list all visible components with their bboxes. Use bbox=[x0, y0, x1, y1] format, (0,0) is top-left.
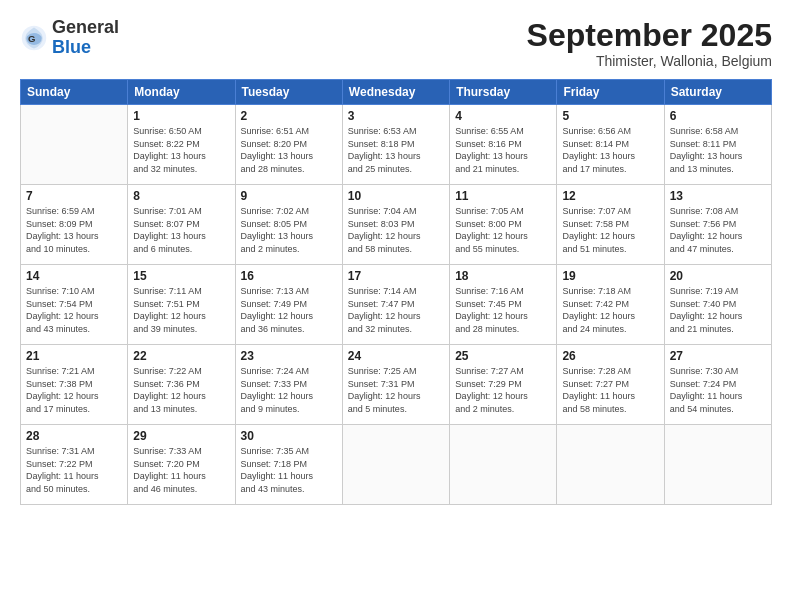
calendar-cell: 7Sunrise: 6:59 AM Sunset: 8:09 PM Daylig… bbox=[21, 185, 128, 265]
calendar-table: SundayMondayTuesdayWednesdayThursdayFrid… bbox=[20, 79, 772, 505]
calendar-cell: 23Sunrise: 7:24 AM Sunset: 7:33 PM Dayli… bbox=[235, 345, 342, 425]
logo: G General Blue bbox=[20, 18, 119, 58]
calendar-week-row: 21Sunrise: 7:21 AM Sunset: 7:38 PM Dayli… bbox=[21, 345, 772, 425]
day-info: Sunrise: 7:02 AM Sunset: 8:05 PM Dayligh… bbox=[241, 205, 337, 255]
calendar-cell: 16Sunrise: 7:13 AM Sunset: 7:49 PM Dayli… bbox=[235, 265, 342, 345]
calendar-cell: 12Sunrise: 7:07 AM Sunset: 7:58 PM Dayli… bbox=[557, 185, 664, 265]
day-number: 28 bbox=[26, 429, 122, 443]
day-info: Sunrise: 7:21 AM Sunset: 7:38 PM Dayligh… bbox=[26, 365, 122, 415]
day-number: 29 bbox=[133, 429, 229, 443]
day-number: 21 bbox=[26, 349, 122, 363]
day-number: 10 bbox=[348, 189, 444, 203]
calendar-cell: 26Sunrise: 7:28 AM Sunset: 7:27 PM Dayli… bbox=[557, 345, 664, 425]
calendar-cell: 9Sunrise: 7:02 AM Sunset: 8:05 PM Daylig… bbox=[235, 185, 342, 265]
day-number: 3 bbox=[348, 109, 444, 123]
day-info: Sunrise: 7:27 AM Sunset: 7:29 PM Dayligh… bbox=[455, 365, 551, 415]
calendar-week-row: 1Sunrise: 6:50 AM Sunset: 8:22 PM Daylig… bbox=[21, 105, 772, 185]
calendar-cell: 24Sunrise: 7:25 AM Sunset: 7:31 PM Dayli… bbox=[342, 345, 449, 425]
day-info: Sunrise: 7:25 AM Sunset: 7:31 PM Dayligh… bbox=[348, 365, 444, 415]
calendar-cell: 13Sunrise: 7:08 AM Sunset: 7:56 PM Dayli… bbox=[664, 185, 771, 265]
day-number: 30 bbox=[241, 429, 337, 443]
day-number: 9 bbox=[241, 189, 337, 203]
day-info: Sunrise: 6:56 AM Sunset: 8:14 PM Dayligh… bbox=[562, 125, 658, 175]
logo-blue-text: Blue bbox=[52, 37, 91, 57]
calendar-cell: 28Sunrise: 7:31 AM Sunset: 7:22 PM Dayli… bbox=[21, 425, 128, 505]
day-number: 1 bbox=[133, 109, 229, 123]
col-header-tuesday: Tuesday bbox=[235, 80, 342, 105]
day-number: 19 bbox=[562, 269, 658, 283]
day-info: Sunrise: 7:04 AM Sunset: 8:03 PM Dayligh… bbox=[348, 205, 444, 255]
day-number: 7 bbox=[26, 189, 122, 203]
calendar-cell bbox=[557, 425, 664, 505]
logo-icon: G bbox=[20, 24, 48, 52]
day-info: Sunrise: 7:33 AM Sunset: 7:20 PM Dayligh… bbox=[133, 445, 229, 495]
title-block: September 2025 Thimister, Wallonia, Belg… bbox=[527, 18, 772, 69]
day-number: 4 bbox=[455, 109, 551, 123]
page-header: G General Blue September 2025 Thimister,… bbox=[20, 18, 772, 69]
day-info: Sunrise: 7:35 AM Sunset: 7:18 PM Dayligh… bbox=[241, 445, 337, 495]
day-number: 20 bbox=[670, 269, 766, 283]
calendar-cell: 19Sunrise: 7:18 AM Sunset: 7:42 PM Dayli… bbox=[557, 265, 664, 345]
day-number: 12 bbox=[562, 189, 658, 203]
day-number: 15 bbox=[133, 269, 229, 283]
day-number: 5 bbox=[562, 109, 658, 123]
day-number: 26 bbox=[562, 349, 658, 363]
day-info: Sunrise: 6:50 AM Sunset: 8:22 PM Dayligh… bbox=[133, 125, 229, 175]
day-info: Sunrise: 7:22 AM Sunset: 7:36 PM Dayligh… bbox=[133, 365, 229, 415]
col-header-wednesday: Wednesday bbox=[342, 80, 449, 105]
calendar-week-row: 14Sunrise: 7:10 AM Sunset: 7:54 PM Dayli… bbox=[21, 265, 772, 345]
day-number: 17 bbox=[348, 269, 444, 283]
day-info: Sunrise: 6:53 AM Sunset: 8:18 PM Dayligh… bbox=[348, 125, 444, 175]
calendar-week-row: 28Sunrise: 7:31 AM Sunset: 7:22 PM Dayli… bbox=[21, 425, 772, 505]
day-info: Sunrise: 7:16 AM Sunset: 7:45 PM Dayligh… bbox=[455, 285, 551, 335]
calendar-cell: 29Sunrise: 7:33 AM Sunset: 7:20 PM Dayli… bbox=[128, 425, 235, 505]
calendar-cell: 22Sunrise: 7:22 AM Sunset: 7:36 PM Dayli… bbox=[128, 345, 235, 425]
calendar-cell: 1Sunrise: 6:50 AM Sunset: 8:22 PM Daylig… bbox=[128, 105, 235, 185]
calendar-cell: 27Sunrise: 7:30 AM Sunset: 7:24 PM Dayli… bbox=[664, 345, 771, 425]
day-number: 6 bbox=[670, 109, 766, 123]
day-number: 14 bbox=[26, 269, 122, 283]
day-info: Sunrise: 7:24 AM Sunset: 7:33 PM Dayligh… bbox=[241, 365, 337, 415]
day-info: Sunrise: 6:55 AM Sunset: 8:16 PM Dayligh… bbox=[455, 125, 551, 175]
day-info: Sunrise: 7:07 AM Sunset: 7:58 PM Dayligh… bbox=[562, 205, 658, 255]
calendar-cell: 5Sunrise: 6:56 AM Sunset: 8:14 PM Daylig… bbox=[557, 105, 664, 185]
calendar-cell: 11Sunrise: 7:05 AM Sunset: 8:00 PM Dayli… bbox=[450, 185, 557, 265]
calendar-cell: 17Sunrise: 7:14 AM Sunset: 7:47 PM Dayli… bbox=[342, 265, 449, 345]
day-number: 25 bbox=[455, 349, 551, 363]
day-number: 2 bbox=[241, 109, 337, 123]
month-title: September 2025 bbox=[527, 18, 772, 53]
day-number: 24 bbox=[348, 349, 444, 363]
day-info: Sunrise: 7:08 AM Sunset: 7:56 PM Dayligh… bbox=[670, 205, 766, 255]
day-number: 16 bbox=[241, 269, 337, 283]
day-number: 22 bbox=[133, 349, 229, 363]
day-info: Sunrise: 6:51 AM Sunset: 8:20 PM Dayligh… bbox=[241, 125, 337, 175]
day-number: 11 bbox=[455, 189, 551, 203]
calendar-cell: 4Sunrise: 6:55 AM Sunset: 8:16 PM Daylig… bbox=[450, 105, 557, 185]
day-info: Sunrise: 7:14 AM Sunset: 7:47 PM Dayligh… bbox=[348, 285, 444, 335]
logo-general-text: General bbox=[52, 17, 119, 37]
calendar-cell: 25Sunrise: 7:27 AM Sunset: 7:29 PM Dayli… bbox=[450, 345, 557, 425]
calendar-cell: 21Sunrise: 7:21 AM Sunset: 7:38 PM Dayli… bbox=[21, 345, 128, 425]
day-info: Sunrise: 6:59 AM Sunset: 8:09 PM Dayligh… bbox=[26, 205, 122, 255]
col-header-sunday: Sunday bbox=[21, 80, 128, 105]
calendar-cell bbox=[21, 105, 128, 185]
day-info: Sunrise: 7:19 AM Sunset: 7:40 PM Dayligh… bbox=[670, 285, 766, 335]
calendar-header-row: SundayMondayTuesdayWednesdayThursdayFrid… bbox=[21, 80, 772, 105]
calendar-cell: 15Sunrise: 7:11 AM Sunset: 7:51 PM Dayli… bbox=[128, 265, 235, 345]
day-info: Sunrise: 7:11 AM Sunset: 7:51 PM Dayligh… bbox=[133, 285, 229, 335]
day-number: 13 bbox=[670, 189, 766, 203]
col-header-friday: Friday bbox=[557, 80, 664, 105]
day-info: Sunrise: 7:28 AM Sunset: 7:27 PM Dayligh… bbox=[562, 365, 658, 415]
day-number: 27 bbox=[670, 349, 766, 363]
day-info: Sunrise: 7:31 AM Sunset: 7:22 PM Dayligh… bbox=[26, 445, 122, 495]
calendar-cell: 20Sunrise: 7:19 AM Sunset: 7:40 PM Dayli… bbox=[664, 265, 771, 345]
calendar-cell bbox=[664, 425, 771, 505]
col-header-saturday: Saturday bbox=[664, 80, 771, 105]
day-info: Sunrise: 7:10 AM Sunset: 7:54 PM Dayligh… bbox=[26, 285, 122, 335]
day-number: 18 bbox=[455, 269, 551, 283]
calendar-cell: 10Sunrise: 7:04 AM Sunset: 8:03 PM Dayli… bbox=[342, 185, 449, 265]
calendar-cell: 14Sunrise: 7:10 AM Sunset: 7:54 PM Dayli… bbox=[21, 265, 128, 345]
day-info: Sunrise: 7:13 AM Sunset: 7:49 PM Dayligh… bbox=[241, 285, 337, 335]
day-info: Sunrise: 7:05 AM Sunset: 8:00 PM Dayligh… bbox=[455, 205, 551, 255]
location-subtitle: Thimister, Wallonia, Belgium bbox=[527, 53, 772, 69]
